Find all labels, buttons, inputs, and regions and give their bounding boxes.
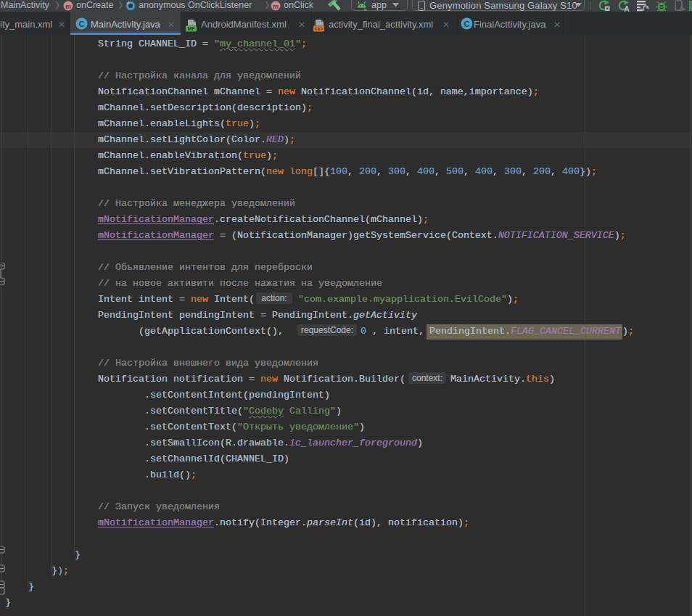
svg-text:<x>: <x>	[314, 26, 323, 31]
svg-text:C: C	[464, 20, 470, 28]
svg-text:C: C	[79, 20, 85, 28]
svg-text:MF: MF	[187, 26, 195, 31]
svg-text:A: A	[624, 4, 630, 12]
svg-text:m: m	[273, 3, 279, 10]
svg-text:m: m	[65, 3, 71, 10]
